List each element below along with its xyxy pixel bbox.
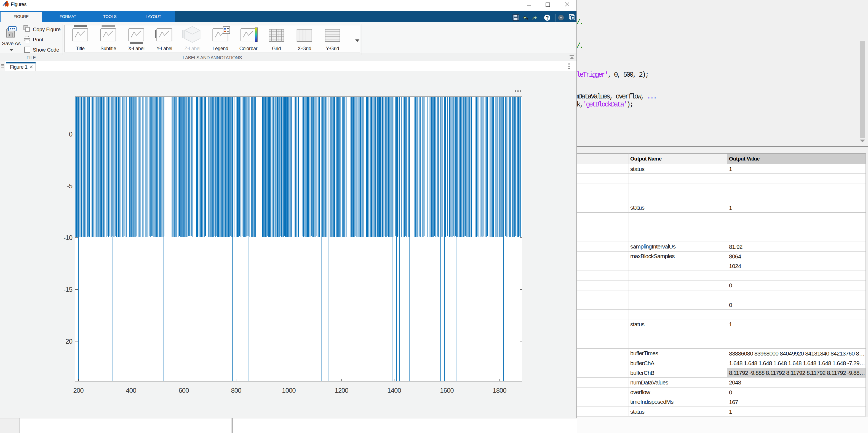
svg-text:600: 600 — [179, 386, 189, 394]
svg-text:200: 200 — [73, 386, 84, 394]
svg-text:1600: 1600 — [440, 386, 454, 394]
svg-text:-15: -15 — [63, 286, 72, 293]
svg-text:1400: 1400 — [387, 386, 401, 394]
svg-text:400: 400 — [126, 386, 136, 394]
svg-text:1000: 1000 — [282, 386, 296, 394]
svg-text:1800: 1800 — [493, 386, 506, 394]
svg-text:-5: -5 — [67, 182, 72, 190]
svg-text:1200: 1200 — [335, 386, 348, 394]
svg-text:800: 800 — [231, 386, 241, 394]
svg-text:-10: -10 — [63, 234, 72, 241]
svg-text:-20: -20 — [63, 338, 72, 345]
svg-text:0: 0 — [69, 130, 72, 138]
